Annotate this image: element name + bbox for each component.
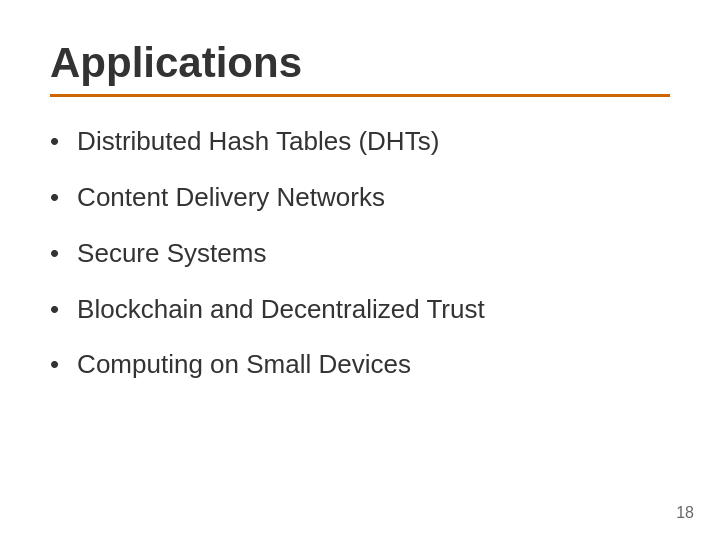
list-item: • Computing on Small Devices — [50, 348, 670, 382]
bullet-text: Secure Systems — [77, 237, 266, 271]
bullet-dot: • — [50, 181, 59, 215]
slide: Applications • Distributed Hash Tables (… — [0, 0, 720, 540]
bullet-dot: • — [50, 237, 59, 271]
bullet-text: Blockchain and Decentralized Trust — [77, 293, 485, 327]
list-item: • Secure Systems — [50, 237, 670, 271]
title-underline — [50, 94, 670, 97]
bullet-text: Distributed Hash Tables (DHTs) — [77, 125, 439, 159]
bullet-list: • Distributed Hash Tables (DHTs) • Conte… — [50, 125, 670, 382]
slide-number: 18 — [676, 504, 694, 522]
list-item: • Blockchain and Decentralized Trust — [50, 293, 670, 327]
list-item: • Distributed Hash Tables (DHTs) — [50, 125, 670, 159]
bullet-dot: • — [50, 125, 59, 159]
bullet-dot: • — [50, 348, 59, 382]
bullet-text: Content Delivery Networks — [77, 181, 385, 215]
list-item: • Content Delivery Networks — [50, 181, 670, 215]
bullet-text: Computing on Small Devices — [77, 348, 411, 382]
slide-title: Applications — [50, 40, 670, 86]
bullet-dot: • — [50, 293, 59, 327]
